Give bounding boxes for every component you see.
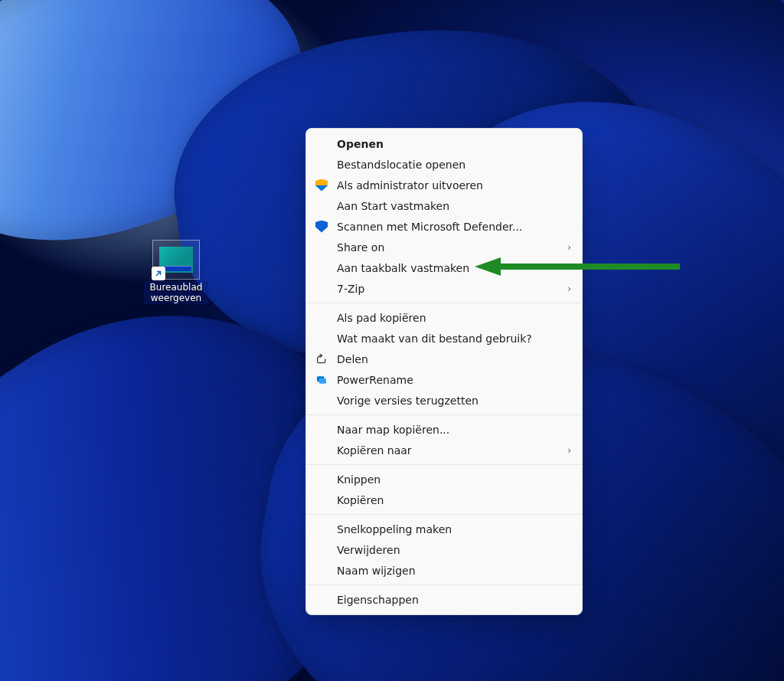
menu-item-label: Knippen [337, 473, 571, 486]
menu-item-label: Verwijderen [337, 544, 571, 556]
menu-item-label: Share on [337, 241, 560, 254]
shield-uac-icon [315, 179, 328, 192]
menu-item[interactable]: Kopiëren [306, 489, 582, 510]
menu-item-label: Als pad kopiëren [337, 312, 571, 324]
menu-item-label: Kopiëren [337, 494, 571, 506]
menu-item-label: Als administrator uitvoeren [337, 179, 571, 192]
menu-item-label: Wat maakt van dit bestand gebruik? [337, 332, 571, 345]
desktop-viewport: Bureaublad weergeven OpenenBestandslocat… [0, 0, 784, 681]
shortcut-icon [152, 240, 200, 280]
desktop-shortcut[interactable]: Bureaublad weergeven [144, 240, 208, 304]
menu-item-label: Aan taakbalk vastmaken [337, 262, 571, 274]
menu-item[interactable]: Als administrator uitvoeren [306, 175, 582, 195]
menu-item-label: PowerRename [337, 374, 571, 386]
shortcut-label: Bureaublad weergeven [144, 281, 208, 304]
powerrename-icon [315, 374, 328, 386]
menu-item[interactable]: Bestandslocatie openen [306, 154, 582, 175]
menu-item[interactable]: Wat maakt van dit bestand gebruik? [306, 328, 582, 349]
menu-item[interactable]: Kopiëren naar› [306, 440, 582, 460]
menu-item-icon-slot [314, 353, 329, 365]
menu-item-label: Openen [337, 138, 571, 150]
menu-item[interactable]: PowerRename [306, 369, 582, 390]
menu-item[interactable]: 7-Zip› [306, 278, 582, 299]
menu-item[interactable]: Knippen [306, 469, 582, 489]
menu-separator [306, 414, 582, 415]
menu-item[interactable]: Naam wijzigen [306, 560, 582, 581]
menu-item[interactable]: Eigenschappen [306, 589, 582, 610]
menu-item-label: Eigenschappen [337, 594, 571, 606]
share-icon [315, 353, 328, 365]
menu-item[interactable]: Aan Start vastmaken [306, 195, 582, 216]
menu-item-label: Bestandslocatie openen [337, 159, 571, 171]
menu-item-label: Vorige versies terugzetten [337, 395, 571, 407]
menu-separator [306, 464, 582, 465]
menu-item-label: Delen [337, 353, 571, 365]
svg-rect-1 [319, 378, 326, 384]
menu-item[interactable]: Share on› [306, 237, 582, 257]
menu-separator [306, 303, 582, 303]
menu-item-label: Snelkoppeling maken [337, 523, 571, 535]
menu-item[interactable]: Aan taakbalk vastmaken [306, 257, 582, 278]
menu-item[interactable]: Vorige versies terugzetten [306, 390, 582, 411]
menu-item-icon-slot [314, 179, 329, 192]
context-menu: OpenenBestandslocatie openenAls administ… [305, 128, 583, 615]
menu-item-label: 7-Zip [337, 283, 560, 295]
menu-item-icon-slot [314, 221, 329, 233]
menu-item[interactable]: Snelkoppeling maken [306, 519, 582, 539]
chevron-right-icon: › [567, 445, 571, 456]
menu-item[interactable]: Openen [306, 133, 582, 154]
menu-item-label: Scannen met Microsoft Defender... [337, 221, 571, 233]
menu-separator [306, 584, 582, 585]
menu-separator [306, 514, 582, 515]
menu-item[interactable]: Scannen met Microsoft Defender... [306, 216, 582, 237]
shield-defender-icon [315, 221, 328, 233]
menu-item[interactable]: Delen [306, 349, 582, 369]
menu-item[interactable]: Naar map kopiëren... [306, 419, 582, 440]
chevron-right-icon: › [567, 242, 571, 253]
menu-item-label: Kopiëren naar [337, 444, 560, 457]
menu-item-label: Naam wijzigen [337, 565, 571, 577]
menu-item[interactable]: Verwijderen [306, 539, 582, 560]
chevron-right-icon: › [567, 283, 571, 294]
menu-item-label: Naar map kopiëren... [337, 424, 571, 436]
menu-item-icon-slot [314, 374, 329, 386]
shortcut-overlay-arrow-icon [152, 267, 165, 280]
menu-item[interactable]: Als pad kopiëren [306, 307, 582, 328]
menu-item-label: Aan Start vastmaken [337, 200, 571, 212]
